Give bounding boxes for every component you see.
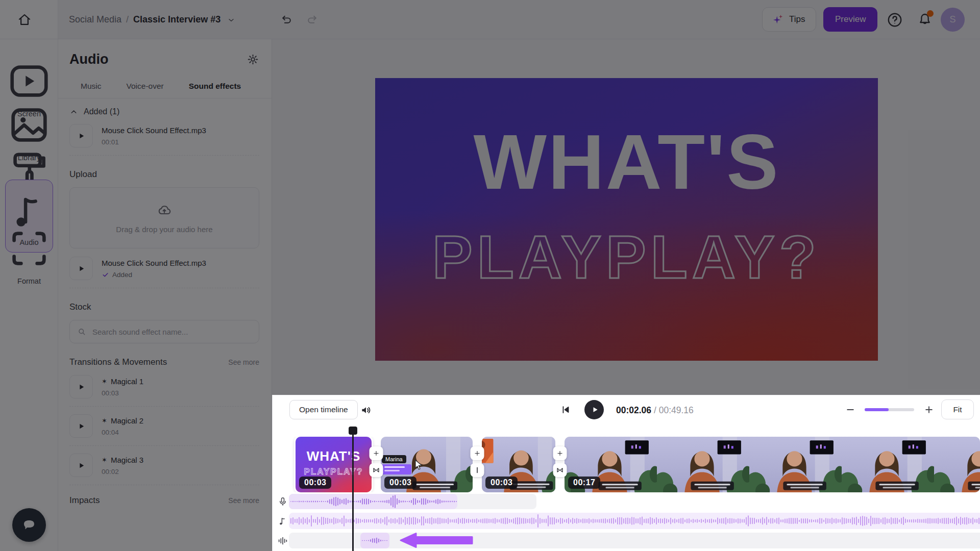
clip-duration-badge: 00:03 xyxy=(384,477,416,489)
timeline-clip-1[interactable]: WHAT'SPLAYPLAY?00:03 xyxy=(296,437,372,492)
clip-gap xyxy=(372,437,381,492)
transition-cut-button[interactable] xyxy=(471,463,484,477)
voiceover-clip[interactable] xyxy=(289,494,457,509)
gear-icon[interactable] xyxy=(247,53,259,66)
timeline-panel: Open timeline 00:02.06 / 00:49.16 Fit WH… xyxy=(272,395,980,551)
open-timeline-button[interactable]: Open timeline xyxy=(289,400,358,419)
format-icon xyxy=(5,224,53,272)
sidebar-item-label: Format xyxy=(5,277,53,285)
sidebar-item-format[interactable]: Format xyxy=(5,224,53,285)
page-title: Audio xyxy=(69,52,108,67)
help-icon[interactable] xyxy=(886,11,903,29)
search-input[interactable] xyxy=(91,327,252,337)
upload-dropzone[interactable]: Drag & drop your audio here xyxy=(69,187,259,248)
sound-wave-icon xyxy=(277,535,288,546)
list-item[interactable]: ✶Magical 200:04 xyxy=(69,414,259,446)
add-clip-button[interactable] xyxy=(553,446,567,460)
home-icon[interactable] xyxy=(17,12,32,28)
plus-icon xyxy=(474,449,481,457)
music-track[interactable] xyxy=(289,513,980,529)
speaker-tag: Marina xyxy=(382,455,411,474)
play-icon[interactable] xyxy=(69,257,93,280)
clip-frame xyxy=(657,437,749,492)
chat-bubble-button[interactable] xyxy=(12,508,46,542)
play-icon[interactable] xyxy=(69,124,93,147)
library-icon xyxy=(5,101,53,149)
annotation-arrow xyxy=(400,532,474,548)
undo-icon[interactable] xyxy=(280,13,293,26)
added-section-toggle[interactable]: Added (1) xyxy=(69,107,259,116)
cloud-upload-icon xyxy=(156,203,173,219)
clip-frame xyxy=(842,437,934,492)
preview-button[interactable]: Preview xyxy=(823,7,877,32)
volume-icon[interactable] xyxy=(359,404,373,417)
list-item[interactable]: Mouse Click Sound Effect.mp3 00:01 xyxy=(69,124,259,156)
plus-icon xyxy=(556,449,564,457)
skip-back-icon[interactable] xyxy=(560,404,571,415)
play-icon[interactable] xyxy=(69,454,93,477)
sparkle-icon xyxy=(773,14,784,25)
breadcrumb-project: Classic Interview #3 xyxy=(133,14,220,25)
sparkle-icon: ✶ xyxy=(102,456,107,464)
tab-music[interactable]: Music xyxy=(81,82,101,91)
plus-icon xyxy=(373,449,380,457)
breadcrumb-separator: / xyxy=(126,14,129,25)
breadcrumb-folder[interactable]: Social Media xyxy=(69,14,121,25)
tips-label: Tips xyxy=(789,14,805,24)
playhead[interactable] xyxy=(352,428,354,551)
breadcrumb[interactable]: Social Media / Classic Interview #3 xyxy=(69,0,235,39)
zoom-slider-fill xyxy=(865,408,889,411)
transition-crossfade-button[interactable] xyxy=(370,463,383,477)
audio-tabs: MusicVoice-overSound effects xyxy=(81,82,259,98)
fit-button[interactable]: Fit xyxy=(941,399,974,419)
sound-effect-name: Magical 2 xyxy=(111,416,143,425)
chevron-up-icon xyxy=(69,108,78,116)
transition-cut-icon xyxy=(473,466,482,474)
tab-voice-over[interactable]: Voice-over xyxy=(126,82,163,91)
clips-track: WHAT'SPLAYPLAY?00:0300:03Marina00:0300:1… xyxy=(289,437,980,492)
video-preview-canvas[interactable]: WHAT'S PLAYPLAY? xyxy=(375,78,878,361)
zoom-slider[interactable] xyxy=(865,408,914,411)
avatar[interactable]: S xyxy=(941,8,965,32)
chevron-down-icon[interactable] xyxy=(227,16,235,24)
dropzone-text: Drag & drop your audio here xyxy=(116,225,212,234)
list-item[interactable]: Mouse Click Sound Effect.mp3 Added xyxy=(69,257,259,288)
sfx-track[interactable] xyxy=(289,533,980,548)
screen-icon xyxy=(5,57,53,105)
zoom-in-icon[interactable] xyxy=(924,402,934,417)
tab-sound-effects[interactable]: Sound effects xyxy=(189,82,241,91)
tips-button[interactable]: Tips xyxy=(762,7,816,32)
transition-crossfade-button[interactable] xyxy=(553,463,567,477)
mouse-cursor xyxy=(414,460,423,470)
play-icon[interactable] xyxy=(69,414,93,438)
transition-crossfade-icon xyxy=(556,466,565,474)
timeline-clip-4[interactable]: 00:17 xyxy=(565,437,980,492)
stock-header: Stock xyxy=(69,302,91,312)
play-button[interactable] xyxy=(584,400,604,419)
status-badge: Added xyxy=(112,271,132,279)
sfx-clip[interactable] xyxy=(360,533,389,548)
search-box[interactable] xyxy=(69,320,259,343)
see-more-link[interactable]: See more xyxy=(228,496,259,505)
playhead-handle[interactable] xyxy=(349,427,357,435)
play-icon[interactable] xyxy=(69,375,93,398)
redo-icon[interactable] xyxy=(306,13,318,26)
audio-file-duration: 00:01 xyxy=(102,138,206,146)
transition-crossfade-icon xyxy=(372,466,381,474)
add-clip-button[interactable] xyxy=(370,446,383,460)
top-bar: Social Media / Classic Interview #3 Tips… xyxy=(0,0,980,39)
notifications-bell-icon[interactable] xyxy=(917,11,933,28)
mic-icon xyxy=(277,496,288,507)
impacts-header: Impacts xyxy=(69,495,100,506)
sound-effect-duration: 00:03 xyxy=(102,389,143,397)
upload-header: Upload xyxy=(69,169,97,180)
timeline-clip-3[interactable]: 00:03 xyxy=(482,437,555,492)
add-clip-button[interactable] xyxy=(471,446,484,460)
list-item[interactable]: ✶Magical 100:03 xyxy=(69,375,259,407)
zoom-out-icon[interactable] xyxy=(845,402,855,417)
list-item[interactable]: ✶Magical 300:02 xyxy=(69,454,259,485)
speaker-subtitle-chip xyxy=(382,464,411,474)
see-more-link[interactable]: See more xyxy=(228,358,259,366)
timeline-clip-2[interactable]: 00:03Marina xyxy=(381,437,473,492)
clip-duration-badge: 00:03 xyxy=(485,477,518,489)
